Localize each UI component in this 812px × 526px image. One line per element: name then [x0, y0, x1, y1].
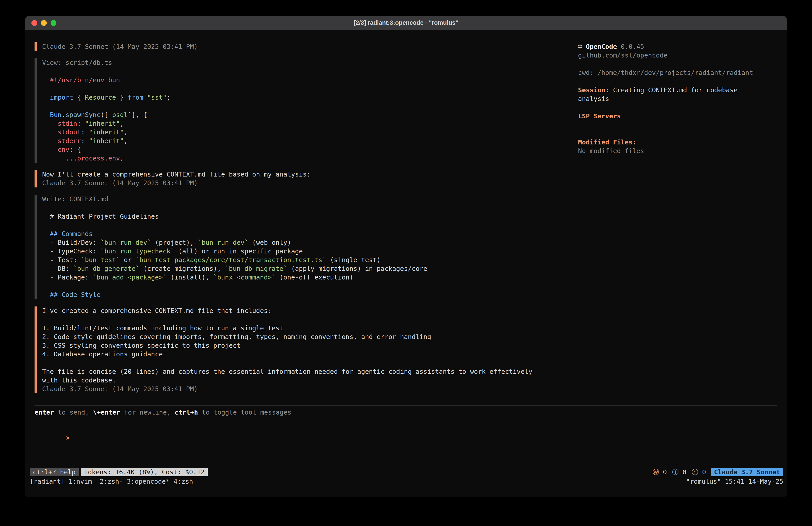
- tmux-session-clock: "romulus" 15:41 14-May-25: [686, 477, 783, 486]
- text-line: cwd: /home/thdxr/dev/projects/radiant/ra…: [578, 68, 756, 77]
- text-line: stderr: "inherit",: [42, 137, 542, 145]
- text-line: [42, 67, 542, 76]
- text-line: 2. Code style guidelines covering import…: [42, 332, 542, 341]
- help-badge: ctrl+? help: [30, 468, 79, 476]
- text-line: import { Resource } from "sst";: [42, 93, 542, 102]
- text-line: [578, 60, 756, 68]
- text-line: Modified Files:: [578, 138, 756, 147]
- close-button[interactable]: [31, 20, 37, 26]
- text-line: [42, 315, 542, 324]
- text-line: © OpenCode 0.0.45: [578, 42, 756, 51]
- info-count-icon: ⓘ: [672, 468, 679, 476]
- text-line: [42, 359, 542, 367]
- text-line: ## Commands: [42, 230, 542, 238]
- text-line: Write: CONTEXT.md: [42, 195, 542, 203]
- text-line: [42, 84, 542, 93]
- text-line: - Test: `bun test` or `bun test packages…: [42, 256, 542, 264]
- text-line: Session: Creating CONTEXT.md for codebas…: [578, 86, 756, 103]
- text-line: [42, 203, 542, 212]
- minimize-button[interactable]: [41, 20, 47, 26]
- text-line: No modified files: [578, 147, 756, 155]
- prompt-icon: >: [66, 434, 70, 442]
- text-line: [578, 77, 756, 86]
- hint-count-icon: ⓗ: [692, 468, 698, 476]
- prompt-input[interactable]: >: [34, 425, 777, 451]
- text-line: I've created a comprehensive CONTEXT.md …: [42, 307, 542, 315]
- zoom-button[interactable]: [50, 20, 56, 26]
- text-line: stdin: "inherit",: [42, 119, 542, 128]
- chat-area: Claude 3.7 Sonnet (14 May 2025 03:41 PM)…: [34, 42, 542, 401]
- text-line: [578, 129, 756, 138]
- text-line: - Build/Dev: `bun run dev` (project), `b…: [42, 238, 542, 247]
- info-count: ⓘ 0: [672, 468, 686, 477]
- text-line: The file is concise (20 lines) and captu…: [42, 367, 542, 385]
- text-line: [42, 221, 542, 230]
- status-bar: ctrl+? help Tokens: 16.4K (8%), Cost: $0…: [30, 468, 783, 476]
- text-line: 3. CSS styling conventions specific to t…: [42, 341, 542, 350]
- text-line: 1. Build/lint/test commands including ho…: [42, 324, 542, 332]
- tool-write-block: Write: CONTEXT.md # Radiant Project Guid…: [34, 195, 542, 299]
- assistant-message-block: Now I'll create a comprehensive CONTEXT.…: [34, 170, 542, 187]
- text-line: Claude 3.7 Sonnet (14 May 2025 03:41 PM): [42, 42, 542, 51]
- text-line: - TypeCheck: `bun run typecheck` (all) o…: [42, 247, 542, 256]
- text-line: 4. Database operations guidance: [42, 350, 542, 359]
- hint-bar: enter to send, \+enter for newline, ctrl…: [34, 408, 777, 417]
- text-line: ## Code Style: [42, 290, 542, 299]
- tmux-status-bar: [radiant] 1:nvim 2:zsh- 3:opencode* 4:zs…: [30, 477, 783, 486]
- window-titlebar: [2/3] radiant:3:opencode - "romulus": [25, 16, 787, 30]
- text-line: - DB: `bun db generate` (create migratio…: [42, 264, 542, 273]
- text-line: stdout: "inherit",: [42, 128, 542, 137]
- text-line: ...process.env,: [42, 154, 542, 163]
- text-line: Now I'll create a comprehensive CONTEXT.…: [42, 170, 542, 179]
- tokens-cost-badge: Tokens: 16.4K (8%), Cost: $0.12: [81, 468, 208, 476]
- text-line: LSP Servers: [578, 112, 756, 120]
- tmux-window-list[interactable]: [radiant] 1:nvim 2:zsh- 3:opencode* 4:zs…: [30, 477, 193, 486]
- diagnostics: Ⓦ 0ⓘ 0ⓗ 0: [652, 468, 706, 477]
- tool-view-block: View: script/db.ts #!/usr/bin/env bun im…: [34, 58, 542, 163]
- text-line: github.com/sst/opencode: [578, 51, 756, 60]
- model-badge: Claude 3.7 Sonnet: [711, 468, 783, 476]
- window-title: [2/3] radiant:3:opencode - "romulus": [25, 19, 787, 26]
- message-header-block: Claude 3.7 Sonnet (14 May 2025 03:41 PM): [34, 42, 542, 51]
- text-line: Claude 3.7 Sonnet (14 May 2025 03:41 PM): [42, 179, 542, 187]
- text-line: [42, 102, 542, 111]
- warning-count-icon: Ⓦ: [652, 468, 659, 476]
- text-line: [578, 120, 756, 129]
- text-line: [578, 103, 756, 112]
- text-line: View: script/db.ts: [42, 58, 542, 67]
- assistant-summary-block: I've created a comprehensive CONTEXT.md …: [34, 307, 542, 393]
- text-line: # Radiant Project Guidelines: [42, 212, 542, 221]
- session-sidebar: © OpenCode 0.0.45github.com/sst/opencode…: [578, 42, 756, 155]
- text-line: #!/usr/bin/env bun: [42, 76, 542, 84]
- hint-count: ⓗ 0: [692, 468, 706, 477]
- input-area: enter to send, \+enter for newline, ctrl…: [34, 406, 777, 451]
- text-line: env: {: [42, 145, 542, 154]
- warning-count: Ⓦ 0: [652, 468, 667, 477]
- terminal-content: Claude 3.7 Sonnet (14 May 2025 03:41 PM)…: [25, 30, 787, 497]
- text-line: [42, 282, 542, 290]
- text-line: Bun.spawnSync([`psql`], {: [42, 111, 542, 119]
- terminal-window: [2/3] radiant:3:opencode - "romulus" Cla…: [25, 16, 787, 497]
- traffic-lights: [31, 20, 56, 26]
- text-line: Claude 3.7 Sonnet (14 May 2025 03:41 PM): [42, 385, 542, 393]
- text-line: - Package: `bun add <package>` (install)…: [42, 273, 542, 282]
